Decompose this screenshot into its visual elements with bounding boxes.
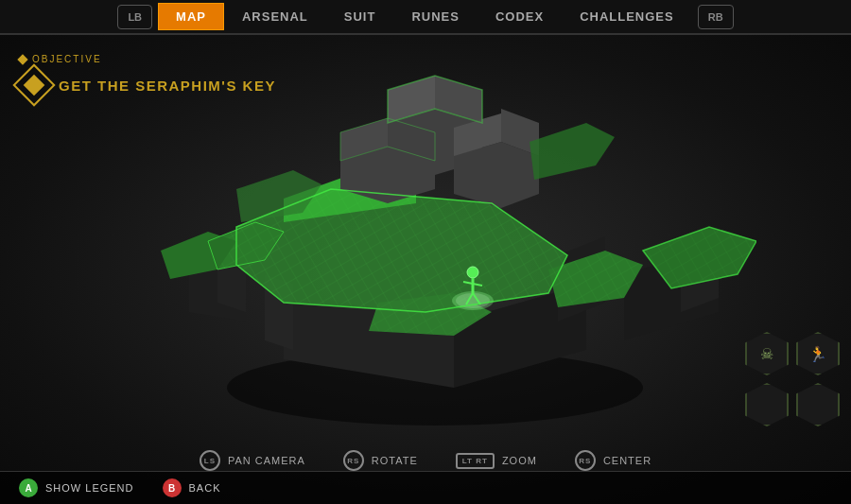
- show-legend-label: SHOW LEGEND: [45, 482, 134, 494]
- hex-cell-1: ☠: [743, 330, 790, 377]
- hex-bg-3: [745, 383, 789, 426]
- objective-icon-inner: [24, 75, 45, 96]
- map-container: [95, 66, 756, 426]
- pan-camera-control: LS PAN CAMERA: [200, 450, 305, 471]
- nav-tab-arsenal[interactable]: ARSENAL: [224, 3, 326, 30]
- figure-icon: 🏃: [808, 345, 827, 363]
- rotate-control: RS ROTATE: [343, 450, 418, 471]
- map-svg: [95, 66, 756, 426]
- hex-cell-2: 🏃: [794, 330, 842, 377]
- lt-rt-button: LT RT: [456, 453, 495, 469]
- hex-panel: ☠ 🏃: [743, 330, 842, 428]
- map-visual: [47, 63, 804, 428]
- objective-section-text: OBJECTIVE: [32, 54, 102, 64]
- hex-cell-3: [743, 381, 790, 428]
- ls-button: LS: [200, 450, 220, 471]
- objective-icon: [12, 63, 55, 106]
- skull-icon: ☠: [760, 345, 773, 363]
- nav-tab-challenges[interactable]: CHALLENGES: [562, 3, 692, 30]
- map-area: OBJECTIVE GET THE SERAPHIM'S KEY: [0, 35, 851, 504]
- show-legend-button[interactable]: A SHOW LEGEND: [19, 478, 134, 497]
- nav-tab-map[interactable]: MAP: [158, 3, 224, 30]
- b-button: B: [163, 478, 182, 497]
- back-label: BACK: [189, 482, 221, 494]
- objective-label: OBJECTIVE: [19, 54, 276, 64]
- rotate-label: ROTATE: [372, 455, 418, 466]
- zoom-label: ZOOM: [502, 455, 537, 466]
- center-label: CENTER: [603, 455, 651, 466]
- nav-tab-runes[interactable]: RUNES: [393, 3, 478, 30]
- bottom-controls: LS PAN CAMERA RS ROTATE LT RT ZOOM RS CE…: [0, 450, 851, 471]
- hex-bg-4: [796, 383, 840, 426]
- a-button: A: [19, 478, 38, 497]
- objective-panel: OBJECTIVE GET THE SERAPHIM'S KEY: [19, 54, 276, 100]
- pan-camera-label: PAN CAMERA: [228, 455, 305, 466]
- hex-cell-4: [794, 381, 842, 428]
- rs-button: RS: [343, 450, 364, 471]
- svg-marker-37: [530, 123, 615, 180]
- svg-point-41: [467, 267, 478, 278]
- nav-tab-suit[interactable]: SUIT: [326, 3, 394, 30]
- nav-rb-button[interactable]: RB: [698, 5, 734, 29]
- top-navigation: LB MAP ARSENAL SUIT RUNES CODEX CHALLENG…: [0, 0, 851, 35]
- objective-title-row: GET THE SERAPHIM'S KEY: [19, 70, 276, 100]
- back-button[interactable]: B BACK: [163, 478, 221, 497]
- bottom-actions: A SHOW LEGEND B BACK: [0, 471, 851, 504]
- nav-tab-codex[interactable]: CODEX: [478, 3, 562, 30]
- nav-lb-button[interactable]: LB: [117, 5, 152, 29]
- center-control: RS CENTER: [575, 450, 651, 471]
- objective-diamond-icon: [17, 54, 27, 64]
- zoom-control: LT RT ZOOM: [456, 453, 537, 469]
- objective-text: GET THE SERAPHIM'S KEY: [59, 78, 276, 94]
- rs-center-button: RS: [575, 450, 596, 471]
